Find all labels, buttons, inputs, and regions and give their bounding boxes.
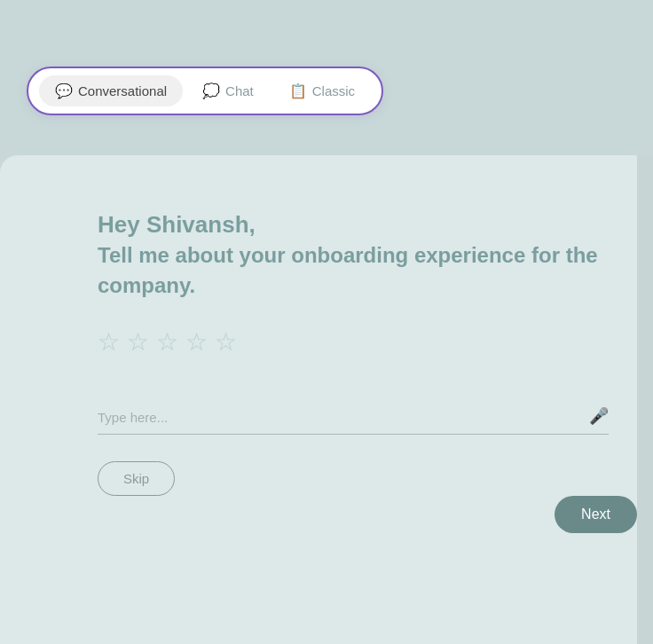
tab-conversational[interactable]: 💬 Conversational	[39, 75, 183, 106]
conversational-icon: 💬	[55, 82, 73, 99]
tab-bar: 💬 Conversational 💭 Chat 📋 Classic	[27, 67, 383, 115]
tab-chat[interactable]: 💭 Chat	[186, 75, 270, 106]
right-edge-decoration	[637, 155, 653, 644]
star-1[interactable]: ☆	[98, 327, 120, 357]
star-3[interactable]: ☆	[156, 327, 178, 357]
tab-classic-label: Classic	[312, 83, 355, 98]
chat-icon: 💭	[202, 82, 220, 99]
next-button[interactable]: Next	[555, 496, 637, 533]
greeting-name: Hey Shivansh,	[98, 208, 609, 240]
star-rating[interactable]: ☆ ☆ ☆ ☆ ☆	[98, 327, 609, 357]
star-5[interactable]: ☆	[215, 327, 237, 357]
tab-bar-wrapper: 💬 Conversational 💭 Chat 📋 Classic	[27, 67, 383, 115]
tab-conversational-label: Conversational	[78, 83, 167, 98]
button-row: Skip	[98, 461, 609, 496]
type-here-input[interactable]	[98, 401, 609, 435]
tab-chat-label: Chat	[225, 83, 254, 98]
classic-icon: 📋	[289, 82, 307, 99]
greeting-text: Hey Shivansh, Tell me about your onboard…	[98, 208, 609, 301]
star-2[interactable]: ☆	[127, 327, 149, 357]
skip-button[interactable]: Skip	[98, 461, 175, 496]
main-card: Hey Shivansh, Tell me about your onboard…	[0, 155, 653, 644]
mic-icon[interactable]: 🎤	[589, 406, 609, 426]
input-area: 🎤	[98, 401, 609, 435]
greeting-question: Tell me about your onboarding experience…	[98, 240, 609, 300]
page-container: 💬 Conversational 💭 Chat 📋 Classic Hey Sh…	[0, 18, 653, 644]
tab-classic[interactable]: 📋 Classic	[273, 75, 371, 106]
star-4[interactable]: ☆	[185, 327, 208, 357]
